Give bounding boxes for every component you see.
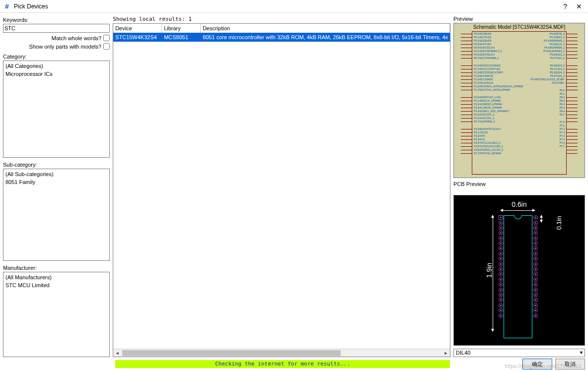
subcategory-list[interactable]: (All Sub-categories) 8051 Family xyxy=(3,169,110,261)
pin-label: P7.7 xyxy=(530,145,565,148)
pin-line xyxy=(461,53,472,57)
pin-line xyxy=(461,32,472,36)
pin-label: P6.1 xyxy=(530,92,565,96)
table-row[interactable]: STC15W4K32S4 MCS8051 8051 core microcont… xyxy=(113,33,450,42)
pin-line xyxy=(461,36,472,39)
pin-line xyxy=(567,85,578,88)
pin-label: P4.3/SCLK_3 xyxy=(530,43,565,46)
pin-line xyxy=(567,39,578,43)
pcb-pad xyxy=(533,293,538,297)
pcb-pad xyxy=(533,288,538,292)
pin-line xyxy=(567,53,578,57)
manufacturer-list[interactable]: (All Manufacturers) STC MCU Limited xyxy=(3,272,110,357)
keywords-input[interactable] xyxy=(3,24,110,33)
pin-label: P3.6/INT2/RxD_2/CCP1_2 xyxy=(474,148,523,152)
pcb-pad xyxy=(533,298,538,302)
pin-line xyxy=(567,57,578,60)
pin-label: P7.6 xyxy=(530,141,565,145)
pcb-pad xyxy=(499,262,503,266)
pcb-pad xyxy=(499,226,503,230)
pin-label: P6.5 xyxy=(530,106,565,110)
list-item[interactable]: (All Sub-categories) xyxy=(5,170,107,178)
pin-label: P5.0/RxD3_2 xyxy=(530,64,565,67)
col-description[interactable]: Description xyxy=(201,24,450,33)
pin-label: P7.3 xyxy=(530,131,565,134)
pcb-pad xyxy=(499,293,503,297)
pin-label: P2.1/A9/SCLK_2/PWM3 xyxy=(474,99,523,103)
pcb-pad xyxy=(499,251,503,256)
scroll-left-icon[interactable]: ◄ xyxy=(113,349,121,357)
pin-line xyxy=(461,78,472,81)
pin-label: P6.7 xyxy=(530,113,565,117)
list-item[interactable]: (All Manufacturers) xyxy=(5,273,107,281)
help-button[interactable]: ? xyxy=(563,2,567,10)
pin-label: P0.7/AD7/T4/PWM6_2 xyxy=(474,57,523,60)
pcb-pad xyxy=(533,241,538,246)
pin-line xyxy=(567,32,578,36)
match-whole-checkbox[interactable] xyxy=(103,35,110,41)
list-item[interactable]: 8051 Family xyxy=(5,178,107,186)
pin-label: P4.0/MOSI_3 xyxy=(530,32,565,36)
col-library[interactable]: Library xyxy=(162,24,201,33)
manufacturer-label: Manufacturer: xyxy=(3,265,110,271)
list-item[interactable]: (All Categories) xyxy=(5,62,107,70)
app-icon: # xyxy=(3,2,11,10)
pcb-pad xyxy=(499,288,503,292)
category-label: Category: xyxy=(3,54,110,60)
pcb-pad xyxy=(533,251,538,256)
pin-label: P3.7/INT3/TxD_2/PWM2 xyxy=(474,152,523,155)
match-whole-label: Match whole words? xyxy=(52,35,101,41)
pin-label: P5.5/CMP+ xyxy=(530,81,565,85)
cancel-button[interactable]: 取消 xyxy=(555,359,585,370)
ok-button[interactable]: 确定 xyxy=(522,359,552,370)
close-button[interactable]: ✕ xyxy=(576,2,582,10)
pcb-dim-height: 1.9in xyxy=(485,263,493,278)
pin-label: P2.5/A13/CCP0_3 xyxy=(474,113,523,117)
list-item[interactable]: STC MCU Limited xyxy=(5,281,107,289)
pcb-pad xyxy=(499,215,503,220)
pcb-pad xyxy=(533,236,538,241)
pin-line xyxy=(567,113,578,117)
pin-label: P0.6/AD6/T4CLKO xyxy=(474,53,523,57)
pin-line xyxy=(461,141,472,145)
horizontal-scrollbar[interactable]: ◄ ► xyxy=(113,349,450,357)
pin-line xyxy=(461,152,472,155)
show-only-models-label: Show only parts with models? xyxy=(29,44,102,50)
pin-label: P7.1 xyxy=(530,124,565,127)
pin-line xyxy=(461,117,472,120)
pin-label: P2.2/A10/MISO_2/PWM4 xyxy=(474,103,523,106)
package-select[interactable]: DIL40 ▼ xyxy=(453,349,585,357)
scroll-right-icon[interactable]: ► xyxy=(442,349,450,357)
pin-line xyxy=(567,96,578,99)
pin-line xyxy=(461,46,472,50)
pin-label: P0.0/AD0/RxD3 xyxy=(474,32,523,36)
pin-line xyxy=(567,131,578,134)
pin-label: P0.4/AD4/T3CLKO xyxy=(474,46,523,50)
results-status: Showing local results: 1 xyxy=(113,16,450,22)
scroll-thumb[interactable] xyxy=(122,350,341,356)
pin-line xyxy=(461,120,472,124)
pin-line xyxy=(461,88,472,92)
pin-label: P6.3 xyxy=(530,99,565,103)
pin-label: P1.2/ADC2/SS/ECI/CMPO xyxy=(474,71,523,74)
pin-line xyxy=(461,103,472,106)
pin-line xyxy=(567,106,578,110)
pin-line xyxy=(567,148,578,152)
col-device[interactable]: Device xyxy=(113,24,162,33)
category-list[interactable]: (All Categories) Microprocessor ICs xyxy=(3,61,110,158)
pin-line xyxy=(567,110,578,113)
list-item[interactable]: Microprocessor ICs xyxy=(5,70,107,78)
pcb-pad xyxy=(533,246,538,250)
pcb-pad xyxy=(533,226,538,230)
pin-line xyxy=(461,67,472,71)
pcb-pad xyxy=(533,215,538,220)
schematic-preview-label: Preview xyxy=(453,16,585,22)
filter-panel: Keywords: Match whole words? Show only p… xyxy=(0,13,113,357)
pin-line xyxy=(567,71,578,74)
show-only-models-checkbox[interactable] xyxy=(103,43,110,50)
pin-line xyxy=(461,43,472,46)
window-controls: ? ✕ xyxy=(563,2,585,10)
package-value: DIL40 xyxy=(456,350,470,356)
pin-line xyxy=(567,43,578,46)
pcb-pad xyxy=(533,231,538,235)
